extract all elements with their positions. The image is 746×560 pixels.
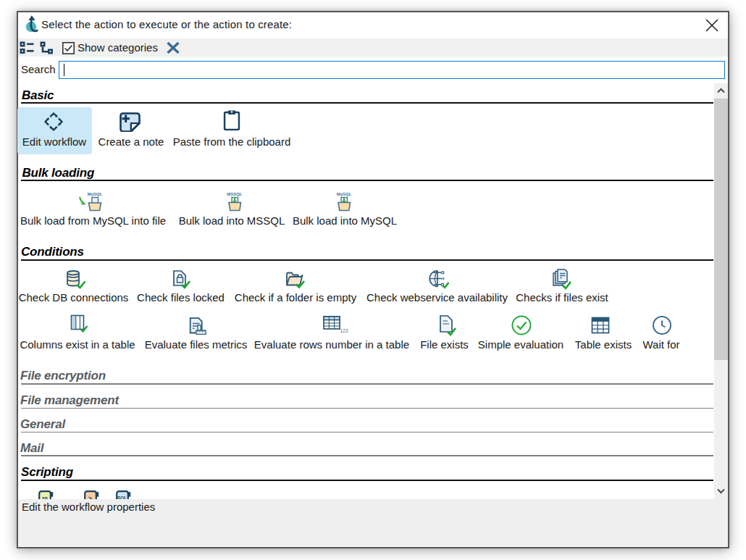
svg-text:MySQL: MySQL bbox=[88, 192, 103, 196]
svg-text:MSSQL: MSSQL bbox=[227, 192, 243, 196]
svg-text:MySQL: MySQL bbox=[337, 192, 352, 196]
svg-text:123: 123 bbox=[340, 328, 348, 333]
